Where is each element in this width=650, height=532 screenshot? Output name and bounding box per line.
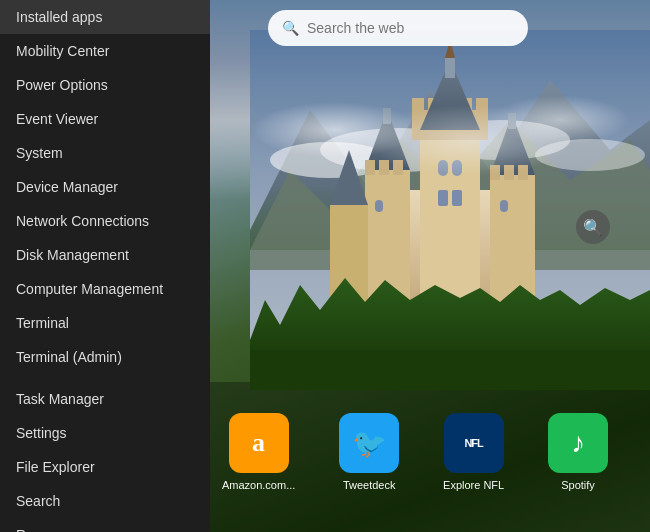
menu-item-run[interactable]: Run xyxy=(0,518,210,532)
nfl-label: Explore NFL xyxy=(443,479,504,491)
menu-item-terminal[interactable]: Terminal xyxy=(0,306,210,340)
menu-item-installed-apps[interactable]: Installed apps xyxy=(0,0,210,34)
app-tweetdeck[interactable]: 🐦 Tweetdeck xyxy=(339,413,399,491)
menu-item-terminal-admin[interactable]: Terminal (Admin) xyxy=(0,340,210,374)
amazon-label: Amazon.com... xyxy=(222,479,295,491)
spotify-icon: ♪ xyxy=(548,413,608,473)
menu-item-computer-management[interactable]: Computer Management xyxy=(0,272,210,306)
menu-item-device-manager[interactable]: Device Manager xyxy=(0,170,210,204)
svg-rect-37 xyxy=(500,200,508,212)
menu-item-network-connections[interactable]: Network Connections xyxy=(0,204,210,238)
menu-item-event-viewer[interactable]: Event Viewer xyxy=(0,102,210,136)
menu-item-system[interactable]: System xyxy=(0,136,210,170)
cloud-overlay xyxy=(200,80,650,180)
menu-item-search[interactable]: Search xyxy=(0,484,210,518)
magnifier-circle-button[interactable]: 🔍 xyxy=(576,210,610,244)
menu-item-power-options[interactable]: Power Options xyxy=(0,68,210,102)
menu-item-task-manager[interactable]: Task Manager xyxy=(0,382,210,416)
app-spotify[interactable]: ♪ Spotify xyxy=(548,413,608,491)
svg-rect-34 xyxy=(438,190,448,206)
context-menu: Installed apps Mobility Center Power Opt… xyxy=(0,0,210,532)
app-amazon[interactable]: a Amazon.com... xyxy=(222,413,295,491)
menu-item-disk-management[interactable]: Disk Management xyxy=(0,238,210,272)
nfl-icon: NFL xyxy=(444,413,504,473)
search-bar-icon: 🔍 xyxy=(282,20,299,36)
spotify-label: Spotify xyxy=(561,479,595,491)
web-search-bar[interactable]: 🔍 xyxy=(268,10,553,46)
taskbar-apps: a Amazon.com... 🐦 Tweetdeck NFL Explore … xyxy=(180,382,650,532)
amazon-icon: a xyxy=(229,413,289,473)
app-nfl[interactable]: NFL Explore NFL xyxy=(443,413,504,491)
menu-item-settings[interactable]: Settings xyxy=(0,416,210,450)
magnifier-icon: 🔍 xyxy=(583,218,603,237)
tweetdeck-label: Tweetdeck xyxy=(343,479,396,491)
search-web-input[interactable] xyxy=(307,20,514,36)
tweetdeck-icon: 🐦 xyxy=(339,413,399,473)
svg-rect-36 xyxy=(375,200,383,212)
svg-rect-16 xyxy=(445,58,455,78)
menu-item-mobility-center[interactable]: Mobility Center xyxy=(0,34,210,68)
svg-rect-35 xyxy=(452,190,462,206)
svg-rect-41 xyxy=(250,350,650,390)
menu-item-file-explorer[interactable]: File Explorer xyxy=(0,450,210,484)
